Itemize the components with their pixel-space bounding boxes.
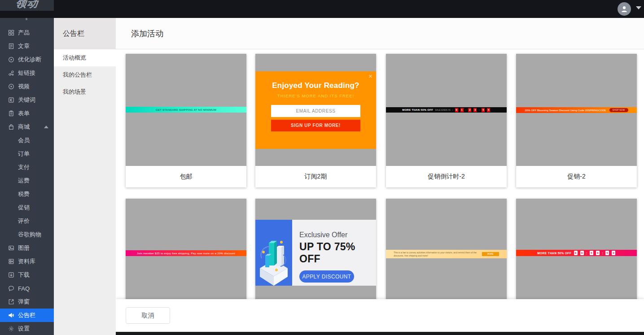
template-card-exclusive-offer[interactable]: Exclusive Offer UP TO 75% OFF APPLY DISC… [255,199,376,311]
sidebar-item-label: 订单 [18,150,30,158]
template-preview: This is a bar to convey activities infor… [386,199,507,311]
panel-item-my-scenes[interactable]: 我的场景 [54,83,116,100]
account-menu-caret-icon[interactable] [636,6,641,9]
sidebar-item-label: 会员 [18,136,30,144]
preview-banner: This is a bar to convey activities infor… [386,250,507,258]
sidebar-item-announcement[interactable]: 公告栏 [0,309,54,322]
play-circle-icon [8,83,14,90]
banner-text: 20% OFF Blooming Season Discount Using C… [525,109,606,112]
sidebar-item-google-shopping[interactable]: 谷歌购物 [0,228,54,241]
countdown-digit: 5 [487,108,490,112]
preview-popup: × Enjoyed Your Reading? THIERE'S MORE AN… [255,71,376,149]
sidebar-item-optimization[interactable]: 优化诊断 [0,53,54,66]
template-card-promotion[interactable]: 20% OFF Blooming Season Discount Using C… [516,54,637,187]
top-bar [0,0,644,18]
sidebar-item-promotion[interactable]: 促销 [0,201,54,214]
sidebar-item-orders[interactable]: 订单 [0,147,54,161]
sidebar-item-library[interactable]: 资料库 [0,255,54,268]
offer-illustration [255,220,292,286]
offer-title: Exclusive Offer [299,231,376,239]
countdown-digit: 0 [455,108,458,112]
gear-icon [8,326,14,332]
sidebar-item-payment[interactable]: 支付 [0,161,54,174]
shop-now-button-preview: SHOP NOW [609,108,628,112]
sidebar-item-forms[interactable]: 表单 [0,107,54,120]
sidebar-item-label: 关键词 [18,96,35,104]
more-button-preview: MORE [482,252,499,256]
template-card-subscribe[interactable]: × Enjoyed Your Reading? THIERE'S MORE AN… [255,54,376,187]
sidebar-item-label: 设置 [18,325,30,333]
template-card-countdown[interactable]: MORE THAN 50% OFF SALE ENDS IN : 0 1 : 2… [386,54,507,187]
banner-subtext: SALE ENDS IN [435,109,450,111]
grid-icon [8,30,14,36]
chat-bubble-icon [8,285,14,292]
panel-item-my-announcements[interactable]: 我的公告栏 [54,66,116,83]
countdown-digit: 3 [473,108,477,112]
announcement-submenu-panel: 公告栏 活动概览 我的公告栏 我的场景 [54,18,116,335]
banner-text-line2: discounts, free shipping and more! [394,254,477,257]
template-card-countdown-pink[interactable]: MORE THAN 50% OFF 0 0 : 5 0 : 5 0 [516,199,637,311]
sidebar: ‖ 产品 文章 优化诊断 短链接 视频 关键词 表单 [0,11,54,335]
preview-banner: MORE THAN 50% OFF 0 0 : 5 0 : 5 0 [516,250,637,256]
countdown-digit: 0 [580,251,584,255]
panel-item-activity-overview[interactable]: 活动概览 [54,49,116,66]
sidebar-item-faq[interactable]: FAQ [0,282,54,295]
megaphone-icon [8,312,14,319]
image-icon [8,245,14,252]
popup-window-icon [8,299,14,305]
sidebar-item-label: 支付 [18,163,30,171]
sidebar-item-short-links[interactable]: 短链接 [0,66,54,80]
shopping-bag-icon [8,124,14,131]
banner-text: GET STANDARD SHIPPING AT NO MINIMUM [156,109,216,111]
user-avatar[interactable] [618,2,631,16]
brand-logo[interactable]: 领动 [0,0,54,11]
sidebar-item-articles[interactable]: 文章 [0,39,54,53]
clipboard-icon [8,110,14,117]
offer-headline: UP TO 75% OFF [299,241,376,265]
countdown-digit: 2 [468,108,471,112]
page-title: 添加活动 [116,18,644,49]
template-card-member-shipping[interactable]: Join member $25 to enjoy free shipping, … [126,199,246,311]
main-content: 添加活动 GET STANDARD SHIPPING AT NO MINIMUM… [116,18,644,335]
template-card-label: 包邮 [126,166,246,187]
countdown-digit: 0 [574,251,578,255]
sidebar-item-label: 税费 [18,190,30,198]
sidebar-item-video[interactable]: 视频 [0,80,54,93]
download-icon [8,272,14,278]
sidebar-item-reviews[interactable]: 评价 [0,214,54,228]
sidebar-item-tax[interactable]: 税费 [0,187,54,201]
sidebar-item-settings[interactable]: 设置 [0,322,54,335]
preview-banner: Join member $25 to enjoy free shipping, … [126,250,246,256]
template-preview: Exclusive Offer UP TO 75% OFF APPLY DISC… [255,199,376,311]
close-icon: × [368,72,372,80]
countdown-colon: : [479,109,480,111]
layers-icon [8,258,14,265]
sidebar-item-products[interactable]: 产品 [0,26,54,39]
banner-text-line1: This is a bar to convey activities infor… [394,251,477,254]
footer-bar: 取消 [116,299,644,332]
sidebar-item-keywords[interactable]: 关键词 [0,93,54,107]
preview-banner: MORE THAN 50% OFF SALE ENDS IN : 0 1 : 2… [386,107,507,113]
sidebar-item-mall[interactable]: 商城 [0,120,54,134]
page-bottom-strip [116,332,644,335]
chevron-up-icon [44,126,48,128]
countdown-digit: 1 [460,108,464,112]
popup-subtitle: THIERE'S MORE AND ITS FREE! [255,93,376,98]
template-card-info-bar[interactable]: This is a bar to convey activities infor… [386,199,507,311]
email-placeholder-box: EMAIL ADDRESS [271,105,360,117]
countdown-colon: : [452,109,453,111]
sidebar-item-label: 评价 [18,217,30,225]
sidebar-item-label: 谷歌购物 [18,231,41,239]
sidebar-item-label: 图册 [18,244,30,252]
cancel-button[interactable]: 取消 [126,307,170,324]
sidebar-item-gallery[interactable]: 图册 [0,241,54,255]
sidebar-item-shipping-fee[interactable]: 运费 [0,174,54,187]
banner-text: Join member $25 to enjoy free shipping, … [137,252,235,255]
template-card-free-shipping[interactable]: GET STANDARD SHIPPING AT NO MINIMUM 包邮 [126,54,246,187]
sidebar-item-popup[interactable]: 弹窗 [0,295,54,309]
sidebar-item-label: 下载 [18,271,30,279]
app-window: 领动 ‖ 产品 文章 优化诊断 短链接 视频 关键词 [0,0,644,335]
sidebar-item-download[interactable]: 下载 [0,268,54,282]
sidebar-item-members[interactable]: 会员 [0,134,54,147]
offer-text-panel: Exclusive Offer UP TO 75% OFF APPLY DISC… [292,220,376,286]
